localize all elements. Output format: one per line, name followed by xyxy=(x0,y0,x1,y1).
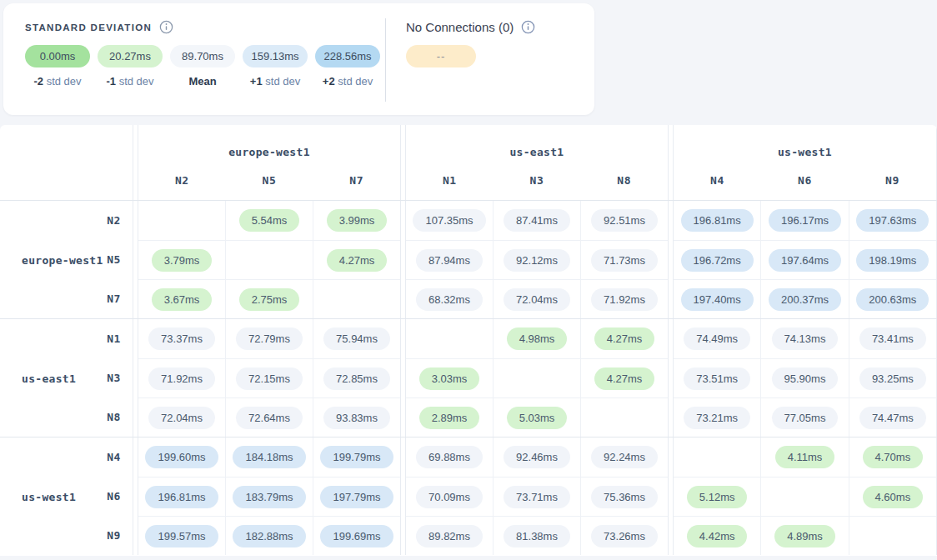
cell-N6-N4[interactable]: 5.12ms xyxy=(674,478,760,516)
cell-N5-N8[interactable]: 71.73ms xyxy=(580,241,668,279)
cell-N3-N8[interactable]: 4.27ms xyxy=(580,359,668,398)
latency-pill[interactable]: 200.37ms xyxy=(769,288,841,311)
info-icon[interactable] xyxy=(521,20,535,34)
latency-pill[interactable]: 71.92ms xyxy=(591,288,658,311)
cell-N6-N3[interactable]: 73.71ms xyxy=(493,478,580,516)
cell-N4-N3[interactable]: 92.46ms xyxy=(493,438,580,477)
latency-pill[interactable]: 3.99ms xyxy=(327,209,388,232)
latency-pill[interactable]: 4.42ms xyxy=(687,525,748,548)
latency-pill[interactable]: 92.46ms xyxy=(504,446,570,468)
cell-N5-N7[interactable]: 4.27ms xyxy=(313,241,400,279)
latency-pill[interactable]: 72.04ms xyxy=(148,407,215,429)
latency-pill[interactable]: 4.11ms xyxy=(775,446,835,468)
latency-pill[interactable]: 4.27ms xyxy=(594,328,655,350)
latency-pill[interactable]: 95.90ms xyxy=(772,368,839,390)
cell-N5-N4[interactable]: 196.72ms xyxy=(674,241,760,279)
latency-pill[interactable]: 75.36ms xyxy=(591,486,658,508)
cell-N1-N5[interactable]: 72.79ms xyxy=(225,319,313,358)
latency-pill[interactable]: 73.26ms xyxy=(591,525,658,548)
latency-pill[interactable]: 4.27ms xyxy=(327,249,388,272)
latency-pill[interactable]: 74.47ms xyxy=(859,407,926,429)
latency-pill[interactable]: 5.03ms xyxy=(507,407,568,429)
latency-pill[interactable]: 92.51ms xyxy=(591,209,658,232)
cell-N3-N5[interactable]: 72.15ms xyxy=(225,359,313,398)
latency-pill[interactable]: 107.35ms xyxy=(413,209,485,232)
cell-N9-N6[interactable]: 4.89ms xyxy=(760,517,848,555)
cell-N9-N4[interactable]: 4.42ms xyxy=(674,517,760,555)
latency-pill[interactable]: 4.70ms xyxy=(863,446,924,468)
cell-N8-N5[interactable]: 72.64ms xyxy=(225,398,313,437)
cell-N8-N2[interactable]: 72.04ms xyxy=(138,398,225,437)
cell-N1-N4[interactable]: 74.49ms xyxy=(674,319,760,358)
cell-N3-N2[interactable]: 71.92ms xyxy=(138,359,225,398)
latency-pill[interactable]: 72.64ms xyxy=(236,407,303,429)
cell-N4-N2[interactable]: 199.60ms xyxy=(138,438,225,477)
latency-pill[interactable]: 183.79ms xyxy=(233,486,305,508)
cell-N7-N1[interactable]: 68.32ms xyxy=(406,280,493,318)
cell-N4-N9[interactable]: 4.70ms xyxy=(849,438,936,477)
cell-N7-N5[interactable]: 2.75ms xyxy=(225,280,313,318)
latency-pill[interactable]: 68.32ms xyxy=(416,288,483,311)
cell-N5-N6[interactable]: 197.64ms xyxy=(760,241,848,279)
cell-N2-N1[interactable]: 107.35ms xyxy=(406,201,493,240)
cell-N9-N7[interactable]: 199.69ms xyxy=(313,517,400,555)
latency-pill[interactable]: 196.17ms xyxy=(769,209,841,232)
latency-pill[interactable]: 198.19ms xyxy=(856,249,929,272)
latency-pill[interactable]: 197.63ms xyxy=(856,209,929,232)
latency-pill[interactable]: 3.79ms xyxy=(152,249,213,272)
cell-N6-N8[interactable]: 75.36ms xyxy=(580,478,668,516)
latency-pill[interactable]: 4.60ms xyxy=(863,486,924,508)
cell-N9-N5[interactable]: 182.88ms xyxy=(225,517,313,555)
latency-pill[interactable]: 74.49ms xyxy=(684,328,750,350)
cell-N5-N3[interactable]: 92.12ms xyxy=(493,241,580,279)
latency-pill[interactable]: 93.25ms xyxy=(859,368,926,390)
latency-pill[interactable]: 199.79ms xyxy=(320,446,393,468)
cell-N5-N9[interactable]: 198.19ms xyxy=(849,241,936,279)
latency-pill[interactable]: 75.94ms xyxy=(323,328,390,350)
cell-N1-N8[interactable]: 4.27ms xyxy=(580,319,668,358)
cell-N2-N3[interactable]: 87.41ms xyxy=(493,201,580,240)
cell-N3-N7[interactable]: 72.85ms xyxy=(313,359,400,398)
cell-N8-N3[interactable]: 5.03ms xyxy=(493,398,580,437)
latency-pill[interactable]: 70.09ms xyxy=(416,486,483,508)
cell-N3-N6[interactable]: 95.90ms xyxy=(760,359,848,398)
cell-N6-N5[interactable]: 183.79ms xyxy=(225,478,313,516)
latency-pill[interactable]: 87.94ms xyxy=(416,249,483,272)
cell-N4-N7[interactable]: 199.79ms xyxy=(313,438,400,477)
latency-pill[interactable]: 89.82ms xyxy=(416,525,483,548)
latency-pill[interactable]: 199.69ms xyxy=(320,525,393,548)
latency-pill[interactable]: 200.63ms xyxy=(856,288,929,311)
cell-N7-N4[interactable]: 197.40ms xyxy=(674,280,760,318)
cell-N3-N4[interactable]: 73.51ms xyxy=(674,359,760,398)
cell-N7-N8[interactable]: 71.92ms xyxy=(580,280,668,318)
cell-N2-N6[interactable]: 196.17ms xyxy=(760,201,848,240)
cell-N4-N5[interactable]: 184.18ms xyxy=(225,438,313,477)
cell-N3-N9[interactable]: 93.25ms xyxy=(849,359,936,398)
cell-N6-N2[interactable]: 196.81ms xyxy=(138,478,225,516)
cell-N2-N4[interactable]: 196.81ms xyxy=(674,201,760,240)
latency-pill[interactable]: 72.79ms xyxy=(236,328,303,350)
cell-N9-N2[interactable]: 199.57ms xyxy=(138,517,225,555)
latency-pill[interactable]: 73.71ms xyxy=(504,486,570,508)
latency-pill[interactable]: 4.89ms xyxy=(774,525,835,548)
latency-pill[interactable]: 184.18ms xyxy=(233,446,305,468)
latency-pill[interactable]: 182.88ms xyxy=(233,525,305,548)
cell-N1-N3[interactable]: 4.98ms xyxy=(493,319,580,358)
latency-pill[interactable]: 93.83ms xyxy=(323,407,390,429)
cell-N4-N1[interactable]: 69.88ms xyxy=(406,438,493,477)
cell-N7-N9[interactable]: 200.63ms xyxy=(849,280,936,318)
cell-N1-N6[interactable]: 74.13ms xyxy=(760,319,848,358)
cell-N5-N1[interactable]: 87.94ms xyxy=(406,241,493,279)
latency-pill[interactable]: 4.98ms xyxy=(507,328,568,350)
latency-pill[interactable]: 72.04ms xyxy=(504,288,570,311)
cell-N2-N9[interactable]: 197.63ms xyxy=(849,201,936,240)
cell-N9-N1[interactable]: 89.82ms xyxy=(406,517,493,555)
latency-pill[interactable]: 73.41ms xyxy=(859,328,926,350)
latency-pill[interactable]: 197.79ms xyxy=(320,486,393,508)
cell-N8-N1[interactable]: 2.89ms xyxy=(406,398,493,437)
latency-pill[interactable]: 73.51ms xyxy=(684,368,750,390)
latency-pill[interactable]: 5.12ms xyxy=(687,486,748,508)
latency-pill[interactable]: 77.05ms xyxy=(772,407,839,429)
cell-N8-N7[interactable]: 93.83ms xyxy=(313,398,400,437)
latency-pill[interactable]: 3.67ms xyxy=(152,288,213,311)
